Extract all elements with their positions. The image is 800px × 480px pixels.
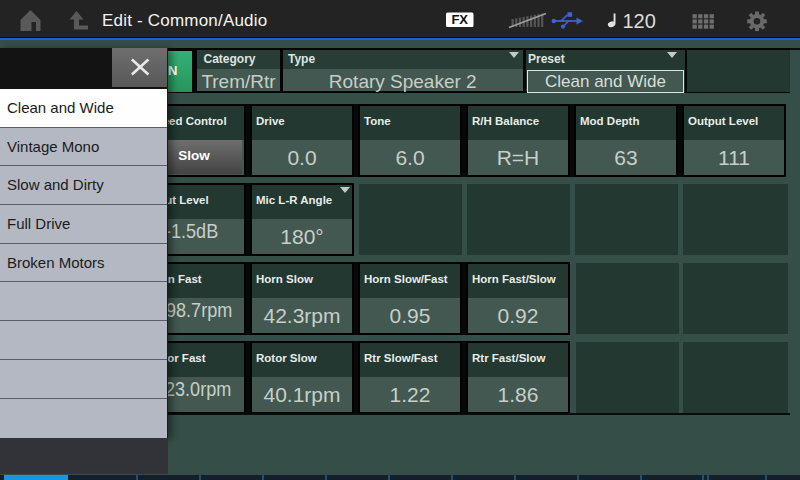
svg-text:120: 120	[623, 10, 656, 32]
svg-text:FX: FX	[451, 12, 468, 27]
